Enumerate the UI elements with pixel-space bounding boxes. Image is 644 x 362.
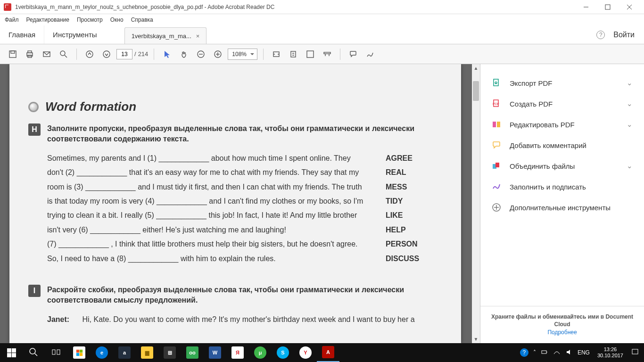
store-icon[interactable]	[68, 343, 91, 362]
page-number-input[interactable]	[116, 49, 132, 59]
comment-icon[interactable]	[346, 47, 360, 61]
word-icon[interactable]: W	[204, 343, 226, 362]
calculator-icon[interactable]: ⊞	[158, 343, 181, 362]
acrobat-task-icon[interactable]: A	[317, 343, 339, 362]
close-button[interactable]	[619, 0, 640, 14]
menu-edit[interactable]: Редактирование	[26, 16, 69, 23]
page-indicator: / 214	[116, 49, 148, 59]
tray-clock[interactable]: 13:26 30.10.2017	[594, 346, 626, 358]
tray-language[interactable]: ENG	[578, 349, 590, 356]
exercise-i-speaker: Janet:	[47, 313, 80, 327]
tray-volume-icon[interactable]	[565, 348, 573, 357]
login-button[interactable]: Войти	[613, 31, 635, 39]
plus-circle-icon	[492, 203, 501, 212]
side-create-pdf[interactable]: PDF Создать PDF ⌄	[480, 93, 644, 114]
svg-rect-28	[493, 122, 496, 127]
page-up-icon[interactable]	[83, 47, 97, 61]
fill-sign-icon	[492, 182, 501, 191]
svg-rect-22	[324, 52, 330, 54]
start-button[interactable]	[0, 343, 23, 362]
side-export-pdf[interactable]: Экспорт PDF ⌄	[480, 73, 644, 93]
svg-rect-7	[28, 51, 32, 53]
svg-rect-38	[57, 350, 60, 354]
tab-document[interactable]: 1verbitskaya_m_ma... ×	[124, 27, 207, 44]
svg-text:PDF: PDF	[493, 102, 499, 106]
svg-point-10	[60, 51, 65, 56]
chevron-down-icon: ⌄	[627, 79, 633, 87]
hand-icon[interactable]	[177, 47, 191, 61]
tab-home[interactable]: Главная	[0, 25, 44, 44]
tripadvisor-icon[interactable]: oo	[181, 343, 204, 362]
amazon-icon[interactable]: a	[113, 343, 136, 362]
menu-file[interactable]: Файл	[5, 16, 19, 23]
menu-window[interactable]: Окно	[110, 16, 124, 23]
create-pdf-icon: PDF	[492, 99, 501, 108]
side-fill-sign[interactable]: Заполнить и подписать	[480, 176, 644, 197]
pointer-icon[interactable]	[160, 47, 174, 61]
comment-bubble-icon	[492, 140, 501, 150]
scroll-thumb[interactable]	[473, 81, 479, 101]
tab-tools[interactable]: Инструменты	[44, 25, 106, 44]
utorrent-icon[interactable]: μ	[249, 343, 272, 362]
tray-help-icon[interactable]: ?	[520, 348, 528, 357]
zoom-in-icon[interactable]	[211, 47, 225, 61]
app-icon	[4, 3, 11, 11]
fit-page-icon[interactable]	[286, 47, 300, 61]
mail-icon[interactable]	[40, 47, 54, 61]
page-total: 214	[138, 50, 149, 58]
svg-rect-5	[11, 51, 15, 53]
scroll-down-icon[interactable]: ▼	[472, 335, 480, 343]
search-icon[interactable]	[57, 47, 71, 61]
tray-power-icon[interactable]	[541, 348, 548, 357]
exercise-i-instruction: Раскройте скобки, преобразуя выделенные …	[47, 285, 442, 306]
document-viewport[interactable]: Word formation H Заполните пропуски, пре…	[0, 64, 480, 343]
zoom-out-icon[interactable]	[194, 47, 208, 61]
read-mode-icon[interactable]	[320, 47, 334, 61]
tab-close-icon[interactable]: ×	[196, 33, 200, 40]
side-combine-files[interactable]: Объединить файлы ⌄	[480, 156, 644, 176]
svg-rect-21	[307, 51, 314, 58]
toolbar: / 214 108%	[0, 44, 644, 64]
save-icon[interactable]	[6, 47, 20, 61]
chevron-down-icon: ⌄	[627, 162, 633, 170]
minimize-button[interactable]	[575, 0, 597, 14]
export-pdf-icon	[492, 78, 501, 88]
fit-width-icon[interactable]	[269, 47, 283, 61]
svg-line-36	[35, 354, 37, 356]
tray-network-icon[interactable]	[553, 348, 561, 357]
yandex-icon[interactable]: Я	[226, 343, 249, 362]
tray-notifications-icon[interactable]	[631, 348, 639, 358]
svg-line-11	[65, 55, 67, 58]
tray-expand-icon[interactable]: ˄	[533, 349, 536, 356]
skype-icon[interactable]: S	[272, 343, 294, 362]
side-add-comment[interactable]: Добавить комментарий	[480, 135, 644, 156]
tabbar: Главная Инструменты 1verbitskaya_m_ma...…	[0, 25, 644, 44]
exercise-h-text: Sometimes, my parents and I (1) ________…	[47, 151, 367, 266]
page-down-icon[interactable]	[99, 47, 114, 61]
menu-view[interactable]: Просмотр	[77, 16, 103, 23]
edge-icon[interactable]: e	[91, 343, 113, 362]
explorer-icon[interactable]: ▆	[136, 343, 158, 362]
side-more-tools[interactable]: Дополнительные инструменты	[480, 197, 644, 218]
scroll-up-icon[interactable]: ▲	[472, 64, 480, 72]
menu-help[interactable]: Справка	[131, 16, 153, 23]
taskbar: e a ▆ ⊞ oo W Я μ S Y A ? ˄ ENG 13:26 30.…	[0, 343, 644, 362]
print-icon[interactable]	[23, 47, 37, 61]
maximize-button[interactable]	[597, 0, 619, 14]
window-titlebar: 1verbitskaya_m_mann_m_teylor_noulz_s_uch…	[0, 0, 644, 14]
help-icon[interactable]: ?	[596, 31, 605, 39]
svg-rect-20	[291, 51, 296, 57]
side-edit-pdf[interactable]: Редактировать PDF ⌄	[480, 114, 644, 135]
tools-sidepanel: Экспорт PDF ⌄ PDF Создать PDF ⌄ Редактир…	[480, 64, 644, 343]
sign-icon[interactable]	[363, 47, 377, 61]
cloud-learn-more-link[interactable]: Подробнее	[487, 329, 637, 337]
zoom-select[interactable]: 108%	[228, 49, 257, 60]
vertical-scrollbar[interactable]: ▲ ▼	[472, 64, 480, 343]
search-task-icon[interactable]	[23, 343, 45, 362]
svg-rect-39	[542, 351, 546, 354]
fullscreen-icon[interactable]	[303, 47, 317, 61]
svg-rect-29	[497, 122, 500, 127]
exercise-h-words: AGREEREALMESSTIDYLIKEHELPPERSONDISCUSS	[386, 151, 442, 266]
yandex-browser-icon[interactable]: Y	[294, 343, 317, 362]
task-view-icon[interactable]	[45, 343, 68, 362]
